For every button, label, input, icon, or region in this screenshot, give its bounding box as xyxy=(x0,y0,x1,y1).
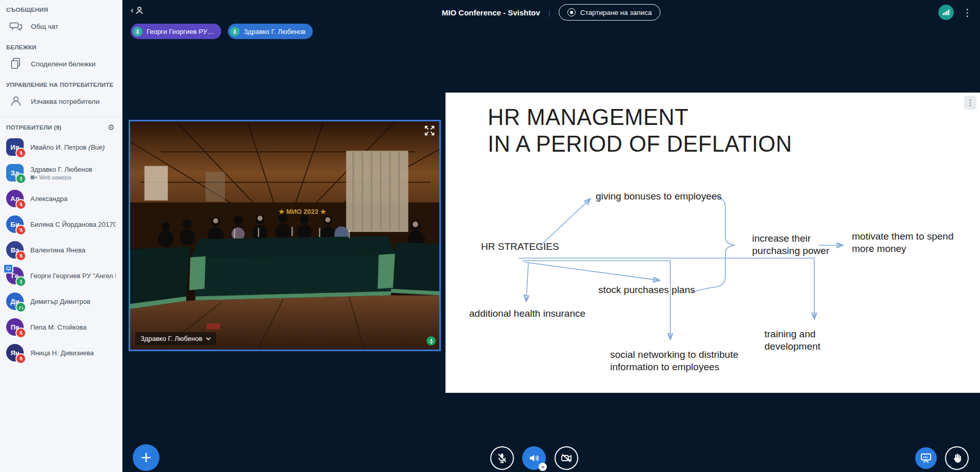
presentation-slide[interactable]: HR MANAGEMENT IN A PERIOD OF DEFLATION g… xyxy=(446,93,980,393)
muted-mic-icon xyxy=(15,199,26,210)
participant-row[interactable]: Ге Георги Георгиев РУ "Ангел Кънч… xyxy=(0,263,122,288)
participants-settings-gear-icon[interactable]: ⚙ xyxy=(108,123,115,131)
collapse-userlist-button[interactable]: ‹ xyxy=(131,5,145,15)
talker-name: Георги Георгиев РУ… xyxy=(147,28,214,35)
unmuted-mic-icon xyxy=(15,173,26,184)
participant-avatar: Ва xyxy=(6,241,24,259)
video-mic-badge-icon xyxy=(426,336,436,346)
audio-options-chevron-icon[interactable] xyxy=(539,463,547,471)
manage-users-section-title: УПРАВЛЕНИЕ НА ПОТРЕБИТЕЛИТЕ xyxy=(0,75,122,90)
diagram-node-root: HR STRATEGIES xyxy=(481,241,559,253)
participant-avatar: Ге xyxy=(6,267,24,284)
plus-icon xyxy=(139,451,153,464)
record-icon xyxy=(567,8,576,16)
meeting-title: MIO Conference - Svishtov xyxy=(442,8,540,17)
fullscreen-icon[interactable] xyxy=(424,125,435,136)
muted-mic-icon xyxy=(15,225,26,235)
participant-row[interactable]: Ив Ивайло И. Петров (Вие) xyxy=(0,134,122,160)
video-user-name: Здравко Г. Любенов xyxy=(140,335,202,342)
diagram-node-health: additional health insurance xyxy=(469,307,585,320)
sidebar-item-label: Изчаква потребители xyxy=(31,98,100,105)
connection-status-button[interactable] xyxy=(938,5,954,20)
participant-avatar: Зд xyxy=(6,164,24,181)
participant-avatar: Пе xyxy=(6,318,24,336)
participant-name: Здравко Г. Любенов xyxy=(30,166,92,173)
video-name-dropdown[interactable]: Здравко Г. Любенов xyxy=(135,332,216,345)
diagram-node-bonuses: giving bonuses to employees xyxy=(596,190,722,203)
participant-row[interactable]: Ян Яница Н. Дивизиева xyxy=(0,340,122,366)
participants-list: Ив Ивайло И. Петров (Вие) Зд Здравко Г. … xyxy=(0,134,122,366)
participant-you-suffix: (Вие) xyxy=(88,143,105,151)
diagram-node-social: social networking to distribute informat… xyxy=(610,349,749,373)
participants-count: ПОТРЕБИТЕЛИ (9) xyxy=(6,124,61,131)
restore-presentation-button[interactable] xyxy=(915,447,937,469)
webcam-video-feed[interactable]: ★ МИО 2023 ★ xyxy=(129,120,441,351)
speaker-icon xyxy=(528,452,540,464)
slide-options-kebab-menu[interactable]: ⋮ xyxy=(964,96,976,110)
shared-notes-icon xyxy=(9,57,23,70)
webcam-picture: ★ МИО 2023 ★ xyxy=(130,121,439,350)
participant-name: Валентина Янева xyxy=(30,246,85,254)
chat-icon xyxy=(9,20,23,33)
mic-muted-icon xyxy=(496,452,508,464)
participant-row[interactable]: Пе Пепа М. Стойкова xyxy=(0,314,122,340)
camera-off-icon xyxy=(560,452,573,464)
participant-name: Георги Георгиев РУ "Ангел Кънч… xyxy=(30,272,116,280)
participant-name: Пепа М. Стойкова xyxy=(30,323,86,331)
muted-mic-icon xyxy=(15,353,26,364)
notes-section-title: БЕЛЕЖКИ xyxy=(0,38,122,52)
unmuted-mic-icon xyxy=(15,276,26,287)
start-recording-button[interactable]: Стартиране на записа xyxy=(559,4,661,21)
participant-row[interactable]: Ва Валентина Янева xyxy=(0,237,122,263)
waiting-user-icon xyxy=(9,95,23,108)
participants-header: ПОТРЕБИТЕЛИ (9) ⚙ xyxy=(0,117,122,134)
unmute-button[interactable] xyxy=(490,446,514,470)
raise-hand-button[interactable] xyxy=(945,446,969,470)
top-bar: ‹ MIO Conference - Svishtov | Стартиране… xyxy=(122,0,980,25)
sidebar-item-public-chat[interactable]: Общ чат xyxy=(0,15,122,38)
participant-name: Александра xyxy=(30,195,67,203)
diagram-node-motivate: motivate them to spend more money xyxy=(852,230,963,255)
participant-row[interactable]: Ди Димитър Димитров xyxy=(0,288,122,314)
participant-name: Яница Н. Дивизиева xyxy=(30,349,94,357)
sidebar-item-label: Споделени бележки xyxy=(31,60,96,68)
diagram-node-increase: increase their purchasing power xyxy=(752,232,837,257)
participant-row[interactable]: Би Биляна С Йорданова 201704 xyxy=(0,211,122,237)
actions-plus-button[interactable] xyxy=(133,444,159,471)
user-icon xyxy=(134,5,145,15)
talking-indicator-pill[interactable]: Георги Георгиев РУ… xyxy=(131,24,221,39)
participant-row[interactable]: Ал Александра xyxy=(0,186,122,211)
diagram-node-stock: stock purchases plans xyxy=(598,284,695,296)
sidebar-item-shared-notes[interactable]: Споделени бележки xyxy=(0,52,122,75)
participant-name: Димитър Димитров xyxy=(30,298,91,305)
participant-row[interactable]: Зд Здравко Г. Любенов Web камера xyxy=(0,160,122,186)
muted-mic-icon xyxy=(15,328,26,338)
raised-hand-icon xyxy=(951,452,963,464)
share-webcam-button[interactable] xyxy=(555,446,578,470)
webcam-status: Web камера xyxy=(30,174,92,180)
chevron-left-icon: ‹ xyxy=(131,6,134,14)
presentation-board-icon xyxy=(920,452,932,464)
talking-mic-icon xyxy=(230,27,240,37)
diagram-node-training: training and development xyxy=(764,328,834,353)
options-kebab-menu[interactable]: ⋮ xyxy=(961,8,974,17)
muted-mic-icon xyxy=(15,148,26,158)
sidebar: СЪОБЩЕНИЯ Общ чат БЕЛЕЖКИ Споделени беле… xyxy=(0,0,122,472)
sidebar-item-label: Общ чат xyxy=(31,23,59,30)
talking-indicator-pill[interactable]: Здравко Г. Любенов xyxy=(228,24,313,39)
participant-avatar: Ал xyxy=(6,190,24,207)
listen-only-icon xyxy=(15,302,26,313)
start-recording-label: Стартиране на записа xyxy=(580,9,652,16)
participant-avatar: Ди xyxy=(6,293,24,310)
talker-pills: Георги Георгиев РУ… Здравко Г. Любенов xyxy=(131,24,313,39)
muted-mic-icon xyxy=(15,250,26,261)
webcam-icon xyxy=(30,175,37,180)
participant-avatar: Ян xyxy=(6,344,24,361)
participant-avatar: Ив xyxy=(6,138,24,156)
sidebar-item-waiting-users[interactable]: Изчаква потребители xyxy=(0,90,122,113)
title-divider: | xyxy=(548,8,550,17)
slide-title: HR MANAGEMENT IN A PERIOD OF DEFLATION xyxy=(488,104,792,157)
talker-name: Здравко Г. Любенов xyxy=(244,28,306,35)
audio-settings-button[interactable] xyxy=(522,446,546,470)
participant-name: Ивайло И. Петров xyxy=(30,143,86,151)
